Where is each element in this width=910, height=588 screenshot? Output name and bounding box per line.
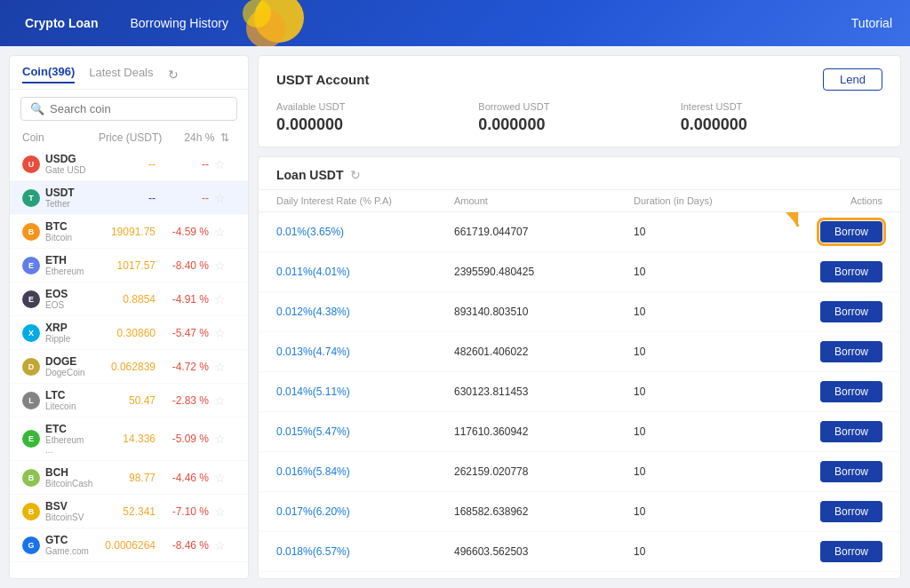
td-amount: 117610.360942 <box>454 425 634 438</box>
coin-symbol: BTC <box>45 220 93 233</box>
stat-label: Interest USDT <box>681 101 882 112</box>
coin-change: -- <box>156 158 209 171</box>
coin-price: 50.47 <box>93 394 156 407</box>
stat-label: Borrowed USDT <box>478 101 680 112</box>
list-item[interactable]: G GTC Game.com 0.0006264 -8.46 % ☆ <box>10 528 248 562</box>
nav-borrowing-history[interactable]: Borrowing History <box>123 12 235 34</box>
coin-price: 0.0006264 <box>93 539 156 552</box>
list-item[interactable]: X XRP Ripple 0.30860 -5.47 % ☆ <box>10 316 248 350</box>
borrow-button[interactable]: Borrow <box>820 381 882 402</box>
td-actions: Borrow <box>794 301 882 322</box>
coin-name: Ripple <box>45 334 93 344</box>
coin-name: Bitcoin <box>45 233 93 242</box>
list-item[interactable]: B BTC Bitcoin 19091.75 -4.59 % ☆ <box>10 215 248 249</box>
coin-symbol: BSV <box>45 500 93 513</box>
tutorial-link[interactable]: Tutorial <box>851 16 892 30</box>
borrow-button[interactable]: Borrow <box>820 261 882 282</box>
borrow-button[interactable]: Borrow <box>820 421 882 442</box>
coin-change: -- <box>156 192 209 204</box>
favorite-icon[interactable]: ☆ <box>209 505 230 519</box>
td-actions: Borrow <box>794 541 882 562</box>
coin-price: -- <box>93 192 156 204</box>
favorite-icon[interactable]: ☆ <box>209 360 230 374</box>
list-item[interactable]: U USDG Gate USD -- -- ☆ <box>10 147 248 181</box>
favorite-icon[interactable]: ☆ <box>209 393 230 408</box>
account-card: USDT Account Lend Available USDT 0.00000… <box>258 55 901 147</box>
refresh-icon[interactable]: ↻ <box>168 68 179 82</box>
coin-symbol: ETC <box>45 423 93 435</box>
favorite-icon[interactable]: ☆ <box>209 538 230 552</box>
borrow-button[interactable]: Borrow <box>820 221 882 242</box>
th-actions: Actions <box>794 195 882 206</box>
coin-info: LTC Litecoin <box>45 389 93 411</box>
favorite-icon[interactable]: ☆ <box>209 326 230 340</box>
coin-info: USDT Tether <box>45 187 93 209</box>
coin-name: Ethereum <box>45 266 93 276</box>
coin-change: -4.59 % <box>156 226 209 238</box>
coin-icon: D <box>22 358 40 376</box>
borrow-button[interactable]: Borrow <box>820 501 882 522</box>
table-row: 0.017%(6.20%) 168582.638962 10 Borrow <box>259 492 900 532</box>
list-item[interactable]: D DOGE DogeCoin 0.062839 -4.72 % ☆ <box>10 350 248 384</box>
coin-symbol: DOGE <box>45 355 93 368</box>
stat-item: Borrowed USDT 0.000000 <box>478 101 680 134</box>
table-row: 0.018%(6.57%) 496603.562503 10 Borrow <box>259 532 900 572</box>
app-header: Crypto Loan Borrowing History Tutorial <box>0 0 910 46</box>
coin-price: 52.341 <box>93 505 156 518</box>
favorite-icon[interactable]: ☆ <box>209 471 230 485</box>
favorite-icon[interactable]: ☆ <box>209 292 230 306</box>
borrow-button[interactable]: Borrow <box>820 461 882 482</box>
favorite-icon[interactable]: ☆ <box>209 432 230 446</box>
td-rate: 0.018%(6.57%) <box>276 545 454 558</box>
list-item[interactable]: E ETH Ethereum 1017.57 -8.40 % ☆ <box>10 249 248 282</box>
borrow-button[interactable]: Borrow <box>820 301 882 322</box>
td-actions: Borrow <box>794 461 882 482</box>
col-header-coin: Coin <box>22 131 92 144</box>
coin-price: 1017.57 <box>93 259 156 272</box>
favorite-icon[interactable]: ☆ <box>209 191 230 205</box>
td-rate: 0.013%(4.74%) <box>276 346 454 358</box>
coin-change: -4.72 % <box>156 361 209 373</box>
td-actions: Borrow <box>794 421 882 442</box>
rate-value: 0.012%(4.38%) <box>276 306 350 318</box>
coin-change: -5.09 % <box>156 433 209 445</box>
search-input[interactable] <box>50 102 228 115</box>
coin-info: ETC Ethereum ... <box>45 423 93 455</box>
loan-refresh-icon[interactable]: ↻ <box>350 168 361 182</box>
coin-name: Gate USD <box>45 165 93 175</box>
td-amount: 262159.020778 <box>454 465 634 478</box>
borrow-button[interactable]: Borrow <box>820 341 882 362</box>
td-duration: 10 <box>634 545 794 558</box>
coin-name: EOS <box>45 300 93 310</box>
coin-icon: U <box>22 155 40 173</box>
favorite-icon[interactable]: ☆ <box>209 258 230 273</box>
rate-value: 0.016%(5.84%) <box>276 465 350 478</box>
favorite-icon[interactable]: ☆ <box>209 225 230 239</box>
loan-title: Loan USDT <box>276 168 343 182</box>
list-item[interactable]: E EOS EOS 0.8854 -4.91 % ☆ <box>10 282 248 316</box>
right-panel: USDT Account Lend Available USDT 0.00000… <box>258 55 901 579</box>
coin-tabs: Coin(396) Latest Deals ↻ <box>10 56 248 90</box>
favorite-icon[interactable]: ☆ <box>209 157 230 171</box>
lend-button[interactable]: Lend <box>823 68 882 91</box>
list-item[interactable]: B BSV BitcoinSV 52.341 -7.10 % ☆ <box>10 495 248 528</box>
svg-point-2 <box>243 0 271 28</box>
coin-change: -8.46 % <box>156 539 209 552</box>
list-item[interactable]: E ETC Ethereum ... 14.336 -5.09 % ☆ <box>10 417 248 461</box>
list-item[interactable]: B BCH BitcoinCash 98.77 -4.46 % ☆ <box>10 461 248 495</box>
stat-item: Interest USDT 0.000000 <box>681 101 882 134</box>
td-amount: 630123.811453 <box>454 385 634 398</box>
coin-icon: E <box>22 290 40 308</box>
rate-value: 0.015%(5.47%) <box>276 425 350 438</box>
coin-name: Litecoin <box>45 401 93 411</box>
list-item[interactable]: T USDT Tether -- -- ☆ <box>10 181 248 215</box>
list-item[interactable]: L LTC Litecoin 50.47 -2.83 % ☆ <box>10 384 248 417</box>
tab-coin[interactable]: Coin(396) <box>22 65 75 83</box>
td-actions: Borrow <box>794 501 882 522</box>
td-amount: 661719.044707 <box>454 226 634 238</box>
coin-info: USDG Gate USD <box>45 153 93 175</box>
nav-crypto-loan[interactable]: Crypto Loan <box>18 12 105 34</box>
tab-latest-deals[interactable]: Latest Deals <box>89 66 153 83</box>
borrow-button[interactable]: Borrow <box>820 541 882 562</box>
table-row: 0.015%(5.47%) 117610.360942 10 Borrow <box>259 412 900 452</box>
